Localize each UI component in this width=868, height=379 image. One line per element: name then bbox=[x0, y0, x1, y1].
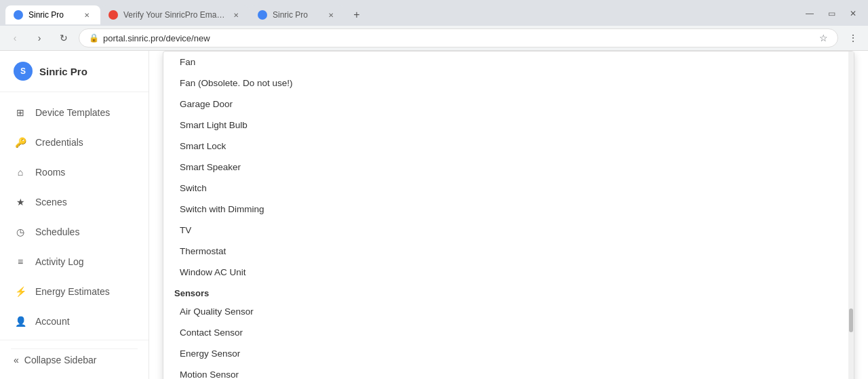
sidebar-item-schedules[interactable]: ◷ Schedules bbox=[0, 217, 149, 247]
dropdown-item-smart-light-bulb[interactable]: Smart Light Bulb bbox=[163, 115, 854, 136]
sidebar-item-label-rooms: Rooms bbox=[35, 167, 65, 178]
close-window-button[interactable]: ✕ bbox=[844, 4, 863, 23]
sidebar-item-scenes[interactable]: ★ Scenes bbox=[0, 187, 149, 217]
bolt-icon: ⚡ bbox=[14, 285, 27, 298]
dropdown-item-window-ac[interactable]: Window AC Unit bbox=[163, 262, 854, 283]
forward-button[interactable]: › bbox=[30, 28, 49, 47]
dropdown-item-thermostat[interactable]: Thermostat bbox=[163, 241, 854, 262]
tab-sinric1[interactable]: Sinric Pro ✕ bbox=[5, 5, 100, 24]
tab-bar: Sinric Pro ✕ Verify Your SinricPro Email… bbox=[0, 0, 868, 26]
tab-title-gmail: Verify Your SinricPro Email Addr... bbox=[123, 10, 225, 20]
sidebar-nav: ⊞ Device Templates 🔑 Credentials ⌂ Rooms… bbox=[0, 92, 149, 340]
sidebar-item-rooms[interactable]: ⌂ Rooms bbox=[0, 157, 149, 187]
sidebar-item-account[interactable]: 👤 Account bbox=[0, 306, 149, 336]
lock-icon: 🔒 bbox=[89, 33, 99, 43]
user-icon: 👤 bbox=[14, 315, 27, 328]
tab-title-sinric1: Sinric Pro bbox=[28, 10, 76, 20]
tab-close-gmail[interactable]: ✕ bbox=[231, 9, 241, 20]
dropdown-list[interactable]: Fan Fan (Obsolete. Do not use!) Garage D… bbox=[163, 51, 854, 379]
dropdown-item-contact-sensor[interactable]: Contact Sensor bbox=[163, 322, 854, 343]
dropdown-item-smart-lock[interactable]: Smart Lock bbox=[163, 136, 854, 157]
collapse-arrow-icon: « bbox=[14, 355, 19, 365]
tab-close-sinric2[interactable]: ✕ bbox=[326, 9, 336, 20]
tab-favicon-sinric1 bbox=[14, 10, 23, 20]
dropdown-item-switch-dimming[interactable]: Switch with Dimming bbox=[163, 199, 854, 220]
logo-text: Sinric Pro bbox=[39, 66, 87, 77]
refresh-button[interactable]: ↻ bbox=[54, 28, 73, 47]
sidebar-item-label-schedules: Schedules bbox=[35, 226, 79, 237]
tab-gmail[interactable]: Verify Your SinricPro Email Addr... ✕ bbox=[100, 5, 250, 24]
minimize-button[interactable]: — bbox=[800, 4, 819, 23]
back-button[interactable]: ‹ bbox=[5, 28, 24, 47]
dropdown-item-switch[interactable]: Switch bbox=[163, 178, 854, 199]
dropdown-group-sensors: Sensors bbox=[163, 283, 854, 301]
sidebar-item-label-scenes: Scenes bbox=[35, 197, 67, 207]
address-bar[interactable]: 🔒 portal.sinric.pro/device/new ☆ bbox=[79, 28, 838, 47]
dropdown-scrollbar-thumb[interactable] bbox=[849, 308, 853, 332]
sidebar: S Sinric Pro ⊞ Device Templates 🔑 Creden… bbox=[0, 51, 149, 379]
maximize-button[interactable]: ▭ bbox=[822, 4, 841, 23]
address-bar-row: ‹ › ↻ 🔒 portal.sinric.pro/device/new ☆ ⋮ bbox=[0, 26, 868, 50]
home-icon: ⌂ bbox=[14, 165, 27, 179]
sidebar-item-label-device-templates: Device Templates bbox=[35, 107, 110, 118]
collapse-sidebar-button[interactable]: « Collapse Sidebar bbox=[11, 349, 138, 371]
logo-icon: S bbox=[14, 62, 33, 81]
dropdown-item-fan-obsolete[interactable]: Fan (Obsolete. Do not use!) bbox=[163, 73, 854, 94]
dropdown-item-smart-speaker[interactable]: Smart Speaker bbox=[163, 157, 854, 178]
grid-icon: ⊞ bbox=[14, 106, 27, 119]
dropdown-item-energy-sensor[interactable]: Energy Sensor bbox=[163, 343, 854, 364]
tab-title-sinric2: Sinric Pro bbox=[273, 10, 320, 20]
clock-icon: ◷ bbox=[14, 225, 27, 239]
sidebar-item-label-energy-estimates: Energy Estimates bbox=[35, 286, 110, 297]
browser-chrome: Sinric Pro ✕ Verify Your SinricPro Email… bbox=[0, 0, 868, 51]
star-icon: ★ bbox=[14, 195, 27, 209]
dropdown-item-tv[interactable]: TV bbox=[163, 220, 854, 241]
sidebar-item-activity-log[interactable]: ≡ Activity Log bbox=[0, 247, 149, 277]
dropdown-overlay: Fan Fan (Obsolete. Do not use!) Garage D… bbox=[156, 51, 861, 379]
sidebar-item-energy-estimates[interactable]: ⚡ Energy Estimates bbox=[0, 277, 149, 306]
bookmark-icon: ☆ bbox=[819, 33, 828, 43]
main-content: Fan Fan (Obsolete. Do not use!) Garage D… bbox=[149, 51, 868, 379]
sidebar-item-label-credentials: Credentials bbox=[35, 137, 83, 148]
browser-actions: ⋮ bbox=[844, 28, 863, 47]
sidebar-bottom: « Collapse Sidebar bbox=[0, 340, 149, 379]
extensions-button[interactable]: ⋮ bbox=[844, 28, 863, 47]
sidebar-item-label-account: Account bbox=[35, 316, 70, 327]
dropdown-scrollbar-track bbox=[848, 52, 854, 379]
app-container: S Sinric Pro ⊞ Device Templates 🔑 Creden… bbox=[0, 51, 868, 379]
dropdown-item-garage-door[interactable]: Garage Door bbox=[163, 94, 854, 115]
dropdown-item-motion-sensor[interactable]: Motion Sensor bbox=[163, 364, 854, 379]
tab-close-sinric1[interactable]: ✕ bbox=[81, 9, 92, 20]
dropdown-item-air-quality[interactable]: Air Quality Sensor bbox=[163, 301, 854, 322]
sidebar-item-credentials[interactable]: 🔑 Credentials bbox=[0, 127, 149, 157]
sidebar-item-label-activity-log: Activity Log bbox=[35, 256, 84, 267]
list-icon: ≡ bbox=[14, 255, 27, 268]
tab-favicon-sinric2 bbox=[258, 10, 267, 20]
tab-favicon-gmail bbox=[108, 10, 118, 20]
address-text: portal.sinric.pro/device/new bbox=[103, 33, 815, 43]
collapse-label: Collapse Sidebar bbox=[24, 355, 97, 365]
key-icon: 🔑 bbox=[14, 136, 27, 149]
sidebar-logo: S Sinric Pro bbox=[0, 51, 149, 92]
dropdown-item-fan[interactable]: Fan bbox=[163, 52, 854, 73]
tab-controls: — ▭ ✕ bbox=[800, 4, 863, 26]
new-tab-button[interactable]: + bbox=[347, 5, 366, 24]
tab-sinric2[interactable]: Sinric Pro ✕ bbox=[250, 5, 344, 24]
sidebar-item-device-templates[interactable]: ⊞ Device Templates bbox=[0, 98, 149, 127]
